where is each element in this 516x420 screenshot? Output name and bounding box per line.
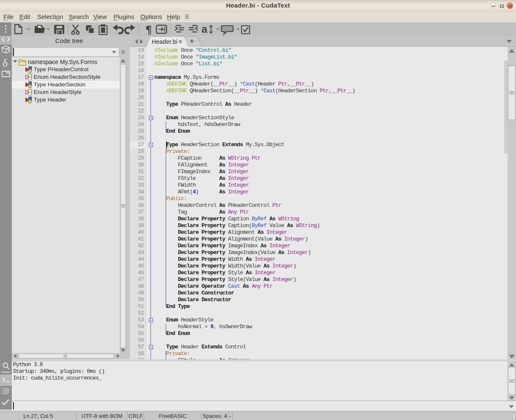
- svg-text:δ: δ: [3, 57, 8, 69]
- svg-text:a: a: [202, 23, 208, 35]
- svg-text:¶: ¶: [145, 23, 152, 36]
- svg-text:Header.bi: Header.bi: [152, 38, 177, 45]
